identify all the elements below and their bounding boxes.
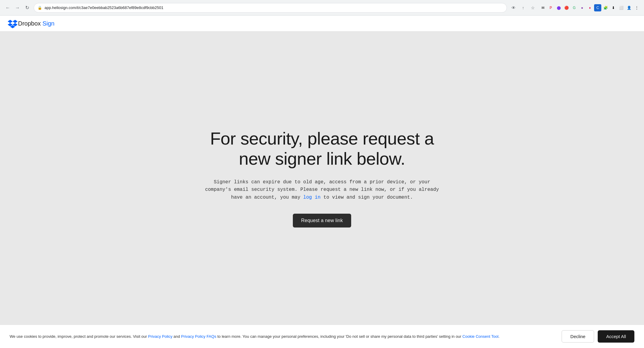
dropbox-logo-icon xyxy=(7,20,16,27)
cookie-consent-tool-link[interactable]: Cookie Consent Tool xyxy=(462,334,498,339)
puzzle-icon[interactable]: 🧩 xyxy=(602,4,609,11)
browser-chrome: ← → ↻ 🔒 app.hellosign.com/t/c3ae7e0eebba… xyxy=(0,0,644,16)
nav-buttons: ← → ↻ xyxy=(4,4,31,12)
cookie-and-text: and xyxy=(172,334,181,339)
refresh-button[interactable]: ↻ xyxy=(23,4,31,12)
ext-ext4[interactable]: ♦ xyxy=(586,4,593,11)
ext-mail[interactable]: ✉ xyxy=(539,4,547,11)
ext-pinterest[interactable]: P xyxy=(547,4,554,11)
page-heading: For security, please request a new signe… xyxy=(202,129,442,169)
ext-ext1[interactable]: 🔴 xyxy=(563,4,570,11)
download-icon[interactable]: ⬇ xyxy=(610,4,617,11)
privacy-policy-faqs-link[interactable]: Privacy Policy FAQs xyxy=(181,334,216,339)
accept-all-button[interactable]: Accept All xyxy=(598,330,634,343)
eye-slash-icon[interactable]: 👁 xyxy=(509,4,518,12)
ext-circle[interactable]: ⬤ xyxy=(555,4,562,11)
app-wrapper: Dropbox Sign For security, please reques… xyxy=(0,16,644,348)
share-icon[interactable]: ↑ xyxy=(519,4,527,12)
logo-sign: Sign xyxy=(41,20,55,27)
cookie-text-part3: . xyxy=(498,334,500,339)
app-header: Dropbox Sign xyxy=(0,16,644,32)
menu-icon[interactable]: ⋮ xyxy=(633,4,640,11)
bookmark-icon[interactable]: ☆ xyxy=(529,4,537,12)
login-link[interactable]: log in xyxy=(303,195,321,200)
request-new-link-button[interactable]: Request a new link xyxy=(293,214,351,227)
extension-icons: ✉ P ⬤ 🔴 G ● ♦ C 🧩 ⬇ ⬜ 👤 ⋮ xyxy=(539,4,640,11)
ext-ext5[interactable]: C xyxy=(594,4,601,11)
url-text: app.hellosign.com/t/c3ae7e0eebbab2523a6b… xyxy=(44,5,163,10)
decline-button[interactable]: Decline xyxy=(562,330,594,343)
cookie-actions: Decline Accept All xyxy=(562,330,634,343)
logo-text: Dropbox Sign xyxy=(18,20,54,27)
privacy-policy-link[interactable]: Privacy Policy xyxy=(148,334,173,339)
profile-icon[interactable]: 👤 xyxy=(625,4,633,11)
forward-button[interactable]: → xyxy=(13,4,22,12)
logo-dropbox: Dropbox xyxy=(18,20,41,27)
page-description: Signer links can expire due to old age, … xyxy=(205,179,439,202)
tab-icon[interactable]: ⬜ xyxy=(618,4,625,11)
main-content: For security, please request a new signe… xyxy=(0,32,644,325)
browser-actions: 👁 ↑ ☆ xyxy=(509,4,537,12)
lock-icon: 🔒 xyxy=(38,6,42,10)
description-text-2: to view and sign your document. xyxy=(320,195,413,200)
cookie-text-part2: to learn more. You can manage your perso… xyxy=(216,334,462,339)
logo: Dropbox Sign xyxy=(7,20,637,27)
address-bar[interactable]: 🔒 app.hellosign.com/t/c3ae7e0eebbab2523a… xyxy=(34,3,507,13)
cookie-text-part1: We use cookies to provide, improve, prot… xyxy=(10,334,148,339)
cookie-banner: We use cookies to provide, improve, prot… xyxy=(0,325,644,348)
back-button[interactable]: ← xyxy=(4,4,12,12)
ext-ext2[interactable]: G xyxy=(571,4,578,11)
cookie-text: We use cookies to provide, improve, prot… xyxy=(10,334,554,340)
ext-ext3[interactable]: ● xyxy=(578,4,586,11)
